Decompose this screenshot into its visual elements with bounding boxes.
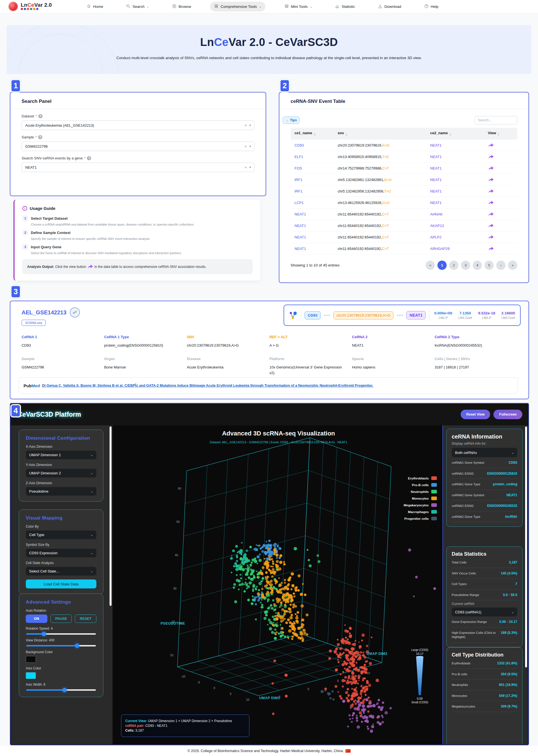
help-icon[interactable]: ? <box>87 156 91 160</box>
select-input-2[interactable]: NEAT1×▾ <box>22 163 254 172</box>
ce1-link[interactable]: NEAT1 <box>291 246 338 251</box>
page-button-1[interactable]: 1 <box>437 261 447 270</box>
table-row[interactable]: CD93chr20:23079619:23079619,A>GNEAT1 <box>291 139 517 151</box>
logo[interactable]: LnCeVar 2.0 <box>8 2 52 11</box>
citation-link[interactable]: Di Genua C, Valletta S, Buono M, Stoilov… <box>42 384 373 388</box>
stat-value[interactable]: 309 (9.7%) <box>501 704 517 708</box>
cerna-display-select[interactable]: Both ceRNAs⌄ <box>452 448 517 457</box>
ce2-link[interactable]: NEAT1 <box>430 166 481 170</box>
slider[interactable] <box>27 645 96 646</box>
stat-value[interactable]: 0.0 - 50.5 <box>503 593 517 597</box>
table-row[interactable]: NEAT1chr11:65440192:65440192,C>TAHNAK <box>291 208 517 220</box>
slider[interactable] <box>27 689 96 691</box>
nav-item-help[interactable]: Help <box>420 2 443 12</box>
select[interactable]: UMAP Dimension 2⌄ <box>26 469 96 477</box>
axis-color-swatch[interactable] <box>26 672 36 679</box>
fullscreen-button[interactable]: Fullscreen <box>494 410 522 419</box>
ce2-link[interactable]: NEAT1 <box>430 155 481 159</box>
background-color-swatch[interactable] <box>26 656 36 663</box>
legend-item-progenitor-cells[interactable]: Progenitor cells <box>404 517 437 520</box>
ce2-link[interactable]: NEAT1 <box>430 189 481 193</box>
select-input-1[interactable]: GSM4222796×▾ <box>22 141 254 151</box>
ce1-link[interactable]: IRF1 <box>291 189 338 193</box>
nav-item-browse[interactable]: Browse <box>168 2 195 12</box>
current-cerna-select[interactable]: CD93 (ceRNA1)⌄ <box>452 608 517 617</box>
column-header-View[interactable]: View <box>481 131 517 136</box>
left-scrollbar[interactable] <box>110 426 112 606</box>
stat-value[interactable]: lncRNA <box>505 515 517 519</box>
stat-value[interactable]: 0.00 - 10.17 <box>499 620 517 624</box>
legend-item-erythroblasts[interactable]: Erythroblasts <box>404 476 437 480</box>
select[interactable]: CD93 Expression⌄ <box>26 549 96 557</box>
column-header-ce2_name[interactable]: ce2_name <box>430 131 481 136</box>
nav-item-download[interactable]: Download <box>374 2 405 12</box>
view-button[interactable] <box>481 200 517 206</box>
ce1-link[interactable]: LCP1 <box>291 201 338 205</box>
stat-value[interactable]: CD93 <box>509 461 517 464</box>
clear-and-caret-icons[interactable]: ×▾ <box>244 165 251 170</box>
table-row[interactable]: NEAT1chr11:65440192:65440192,C>TAPLP2 <box>291 232 517 243</box>
table-row[interactable]: ELF1chr13:40958915:40958915,T>CNEAT1 <box>291 151 517 163</box>
rotation-pause-button[interactable]: PAUSE <box>50 615 72 623</box>
view-button[interactable] <box>481 223 517 229</box>
right-scrollbar[interactable] <box>525 426 527 668</box>
view-button[interactable] <box>481 165 517 171</box>
ce2-link[interactable]: ARHGAP29 <box>430 246 481 251</box>
slider[interactable] <box>27 633 96 635</box>
view-button[interactable] <box>481 177 517 183</box>
ce1-link[interactable]: NEAT1 <box>291 224 338 228</box>
select[interactable]: Cell Type⌄ <box>26 530 96 539</box>
table-row[interactable]: NEAT1chr11:65440192:65440192,C>TAKAP13 <box>291 220 517 232</box>
stat-value[interactable]: 304 (9.5%) <box>501 672 517 676</box>
ce1-link[interactable]: NEAT1 <box>291 235 338 239</box>
stat-value[interactable]: ENSG00000125810 <box>487 472 517 475</box>
view-button[interactable] <box>481 154 517 160</box>
view-button[interactable] <box>481 142 517 148</box>
table-row[interactable]: NEAT1chr11:65440192:65440192,C>TARHGAP29 <box>291 243 517 254</box>
view-button[interactable] <box>481 246 517 252</box>
stat-value[interactable]: 3,187 <box>509 561 517 564</box>
view-button[interactable] <box>481 211 517 217</box>
stat-value[interactable]: ENSG00000245532 <box>487 504 517 508</box>
table-row[interactable]: IRF1chr5:132482956:132482956,T>CNEAT1 <box>291 186 517 197</box>
clear-and-caret-icons[interactable]: ×▾ <box>244 144 251 148</box>
stat-value[interactable]: 7 <box>515 582 517 586</box>
page-button-2[interactable]: 2 <box>449 261 458 270</box>
nav-item-mini-tools[interactable]: Mini Tools⌄ <box>281 2 316 12</box>
load-cell-state-button[interactable]: Load Cell State Data <box>26 579 96 588</box>
rotation-on-button[interactable]: ON <box>26 615 47 623</box>
plot-area[interactable]: Advanced 3D scRNA-seq Visualization Data… <box>113 425 444 744</box>
table-search-input[interactable]: Search... <box>475 116 517 125</box>
ce1-link[interactable]: ELF1 <box>291 155 338 159</box>
nav-item-statistic[interactable]: Statistic <box>331 2 359 12</box>
nav-item-home[interactable]: Home <box>83 2 107 12</box>
select[interactable]: Select Cell State...⌄ <box>26 567 96 575</box>
view-button[interactable] <box>481 234 517 240</box>
select-input-0[interactable]: Acute Erythroleukemia (AEL_GSE142213)×▾ <box>22 121 254 130</box>
page-button-4[interactable]: 4 <box>473 261 482 270</box>
stat-value[interactable]: 601 (18.9%) <box>499 683 517 687</box>
select[interactable]: UMAP Dimension 1⌄ <box>26 451 96 459</box>
stat-value[interactable]: 1332 (41.8%) <box>497 661 517 665</box>
tips-button[interactable]: ☼ Tips <box>283 117 299 124</box>
column-header-snv[interactable]: snv <box>338 131 430 136</box>
ce1-link[interactable]: IRF1 <box>291 178 338 182</box>
legend-item-monocytes[interactable]: Monocytes <box>404 497 437 500</box>
page-button-»[interactable]: » <box>508 261 517 270</box>
legend-item-megakaryocytes[interactable]: Megakaryocytes <box>404 503 437 507</box>
clear-and-caret-icons[interactable]: ×▾ <box>244 123 251 128</box>
ce1-link[interactable]: NEAT1 <box>291 212 338 216</box>
ce2-link[interactable]: APLP2 <box>430 235 481 239</box>
reset-view-button[interactable]: Reset View <box>461 410 490 419</box>
legend-item-macrophages[interactable]: Macrophages <box>404 510 437 513</box>
page-button-3[interactable]: 3 <box>461 261 470 270</box>
ce2-link[interactable]: NEAT1 <box>430 143 481 147</box>
view-button[interactable] <box>481 188 517 194</box>
ce1-link[interactable]: CD93 <box>291 143 338 147</box>
help-icon[interactable]: ? <box>38 135 42 139</box>
table-row[interactable]: IRF1chr5:132482861:132482861,G>ANEAT1 <box>291 174 517 186</box>
page-button-«[interactable]: « <box>426 261 435 270</box>
page-button-5[interactable]: 5 <box>484 261 494 270</box>
table-row[interactable]: LCP1chr13:46125926:46125926,G>ANEAT1 <box>291 197 517 208</box>
stat-value[interactable]: 145 (4.5%) <box>501 571 517 575</box>
